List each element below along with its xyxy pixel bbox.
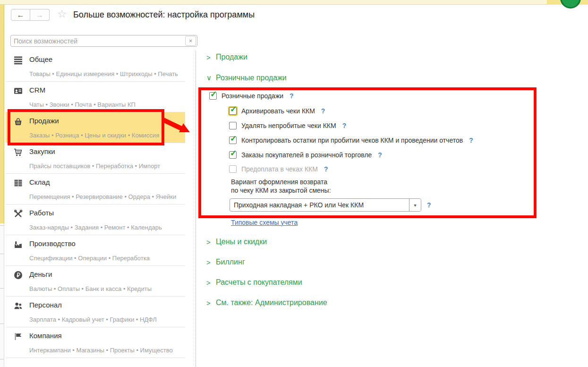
sidebar-item-sublinks[interactable]: Чаты • Звонки • Почта • Варианты КП (29, 101, 136, 108)
left-window-strip (0, 5, 4, 223)
sidebar-item-label: Закупки (29, 147, 55, 155)
top-window-strip (0, 0, 588, 5)
section-customer-settlements[interactable]: > Расчеты с покупателями (206, 278, 302, 287)
checkbox[interactable]: ✓ (229, 107, 237, 115)
sidebar-item-raboty[interactable]: Работы Заказ-наряды • Задания • Ремонт •… (6, 205, 185, 235)
flag-icon (14, 332, 23, 341)
left-strip-divider (0, 254, 4, 254)
people-icon (14, 301, 23, 310)
sidebar-item-sublinks[interactable]: Перемещения • Резервирование • Ордера • … (29, 193, 176, 200)
sidebar-item-dengi[interactable]: Деньги Валюты • Оплаты • Банк и касса • … (6, 266, 185, 297)
back-arrow-icon: ← (17, 11, 25, 19)
checkbox[interactable]: ✓ (229, 137, 237, 144)
section-label: См. также: Администрирование (216, 299, 327, 307)
check-icon: ✓ (210, 90, 217, 99)
history-nav: ← → (11, 9, 50, 21)
checkbox[interactable]: ✓ (229, 151, 237, 159)
checkbox[interactable]: ✓ (209, 92, 217, 100)
factory-icon (14, 240, 23, 249)
chevron-down-icon: ▾ (414, 203, 416, 208)
return-variant-label-line1: Вариант оформления возврата (231, 178, 331, 186)
return-variant-select[interactable]: Приходная накладная + РКО или Чек ККМ ▾ (230, 198, 421, 212)
sidebar-item-sublinks[interactable]: Заказ-наряды • Задания • Ремонт • Календ… (29, 224, 162, 231)
checkbox-row-retail-sales[interactable]: ✓ Розничные продажи ? (209, 92, 294, 100)
search-box: × (10, 35, 197, 47)
checkbox-row-delete-unprinted[interactable]: Удалять непробитые чеки ККМ ? (229, 122, 346, 129)
left-strip-divider (0, 324, 4, 324)
sidebar-item-sublinks[interactable]: Товары • Единицы измерения • Штрихкоды •… (29, 70, 178, 77)
annotation-box-sidebar (8, 109, 164, 145)
menu-icon (14, 56, 23, 65)
sidebar-item-label: Компания (29, 332, 62, 340)
sidebar-item-label: Склад (29, 178, 50, 186)
sidebar-item-label: CRM (29, 86, 45, 94)
return-variant-label-line2: по чеку ККМ из закрытой смены: (231, 186, 331, 195)
return-variant-label: Вариант оформления возврата по чеку ККМ … (231, 178, 331, 195)
chevron-right-icon: > (206, 238, 216, 246)
checkbox-label: Предоплата в чеках ККМ (241, 165, 318, 173)
sidebar-item-sublinks[interactable]: Прайсы поставщиков • Переработка • Импор… (29, 162, 160, 170)
check-icon: ✓ (230, 105, 237, 114)
left-window-strip-lower (0, 223, 4, 367)
checkbox-row-customer-orders[interactable]: ✓ Заказы покупателей в розничной торговл… (229, 151, 382, 159)
help-icon[interactable]: ? (427, 201, 431, 209)
favorite-star-icon[interactable]: ☆ (57, 8, 67, 20)
sidebar-item-label: Производство (29, 239, 76, 248)
search-input[interactable] (11, 37, 185, 45)
sidebar-item-zakupki[interactable]: Закупки Прайсы поставщиков • Переработка… (6, 143, 185, 174)
forward-button[interactable]: → (30, 9, 50, 21)
section-label: Продажи (216, 53, 247, 61)
dropdown-button[interactable]: ▾ (409, 199, 421, 211)
help-icon[interactable]: ? (378, 151, 382, 159)
left-strip-divider (0, 359, 4, 359)
chevron-right-icon: > (206, 279, 216, 287)
section-label: Розничные продажи (216, 74, 287, 82)
section-sales[interactable]: > Продажи (206, 53, 247, 61)
left-strip-divider (0, 225, 4, 226)
checkbox-label: Архивировать чеки ККМ (241, 107, 315, 115)
chevron-right-icon: > (206, 299, 216, 307)
sidebar-item-sublinks[interactable]: Спецификации • Операции • Переработка (29, 255, 150, 262)
sidebar-item-sublinks[interactable]: Зарплата • Кадровый учет • Графики • НДФ… (29, 316, 157, 323)
sidebar-item-label: Деньги (29, 270, 52, 278)
back-button[interactable]: ← (11, 9, 30, 21)
section-prices-discounts[interactable]: > Цены и скидки (206, 238, 267, 246)
sidebar-item-sublinks[interactable]: Интеркампани • Магазины • Проекты • Имущ… (29, 347, 173, 354)
page-title: Больше возможностей: настройка программы (73, 10, 255, 20)
checkbox-label: Розничные продажи (222, 92, 283, 100)
sidebar-item-label: Общее (29, 55, 52, 63)
sidebar-item-proizvodstvo[interactable]: Производство Спецификации • Операции • П… (6, 235, 185, 266)
forward-arrow-icon: → (36, 11, 43, 19)
check-icon: ✓ (230, 135, 237, 143)
section-retail-sales[interactable]: ∨ Розничные продажи (206, 74, 287, 82)
chevron-down-icon: ∨ (206, 74, 216, 82)
clear-search-icon[interactable]: × (185, 36, 196, 46)
help-icon[interactable]: ? (324, 165, 328, 173)
section-billing[interactable]: > Биллинг (206, 258, 245, 266)
chevron-right-icon: > (206, 53, 216, 61)
check-icon: ✓ (230, 149, 237, 158)
section-label: Расчеты с покупателями (216, 278, 302, 287)
help-icon[interactable]: ? (342, 122, 347, 129)
help-icon[interactable]: ? (290, 92, 294, 100)
checkbox-row-prepayment: Предоплата в чеках ККМ ? (229, 165, 328, 173)
cart-icon (14, 148, 23, 157)
ruble-icon (14, 271, 23, 280)
sidebar-item-sklad[interactable]: Склад Перемещения • Резервирование • Орд… (6, 174, 185, 205)
checkbox-label: Заказы покупателей в розничной торговле (241, 151, 372, 159)
panel-splitter[interactable] (196, 51, 196, 367)
checkbox-row-control-stock[interactable]: ✓ Контролировать остатки при пробитии че… (229, 137, 473, 144)
sidebar-item-kompaniya[interactable]: Компания Интеркампани • Магазины • Проек… (6, 327, 185, 358)
help-icon[interactable]: ? (469, 137, 473, 144)
checkbox (229, 165, 237, 173)
sidebar-item-crm[interactable]: CRM Чаты • Звонки • Почта • Варианты КП (6, 82, 185, 112)
section-see-also-administration[interactable]: > См. также: Администрирование (206, 299, 327, 307)
sidebar-item-obshchee[interactable]: Общее Товары • Единицы измерения • Штрих… (6, 51, 185, 82)
checkbox-row-archive-receipts[interactable]: ✓ Архивировать чеки ККМ ? (229, 107, 325, 115)
help-icon[interactable]: ? (321, 107, 325, 115)
checkbox[interactable] (229, 122, 237, 129)
sidebar-item-sublinks[interactable]: Валюты • Оплаты • Банк и касса • Кредиты (29, 285, 152, 292)
checkbox-label: Удалять непробитые чеки ККМ (241, 122, 336, 129)
typical-schemes-link[interactable]: Типовые схемы учета (231, 219, 298, 226)
sidebar-item-personal[interactable]: Персонал Зарплата • Кадровый учет • Граф… (6, 297, 185, 327)
